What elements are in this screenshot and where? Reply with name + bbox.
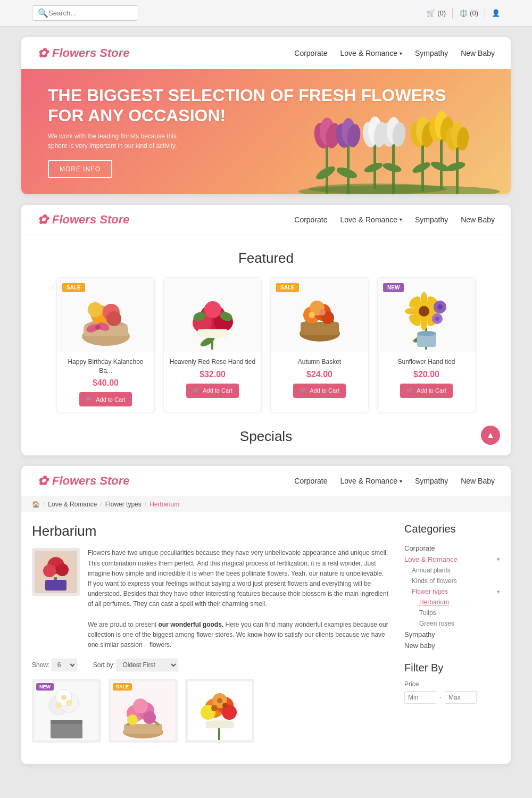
search-input[interactable] [48, 9, 134, 17]
svg-point-67 [417, 331, 436, 336]
controls-row: Show: 6 12 24 Sort by: Oldest First Newe… [32, 659, 388, 671]
divider [452, 8, 453, 19]
product-name-4: Sunflower Hand tied [383, 358, 470, 367]
product-name-2: Heavenly Red Rose Hand tied [169, 358, 256, 367]
product-img-3: SALE [271, 278, 368, 352]
cat-item-green-roses[interactable]: Green roses [404, 618, 500, 629]
cart-icon-group[interactable]: 🛒 (0) [427, 9, 446, 17]
sort-select[interactable]: Oldest First Newest First Price Low-High… [117, 659, 178, 671]
search-box[interactable]: 🔍 [32, 5, 138, 21]
price-max-input[interactable] [445, 691, 477, 704]
cart-icon-btn-3: 🛒 [300, 387, 307, 394]
svg-point-71 [421, 318, 427, 330]
nav-new-baby-3[interactable]: New Baby [461, 477, 495, 485]
page-heading: Herbarium [32, 523, 388, 539]
add-to-cart-2[interactable]: 🛒 Add to Cart [186, 384, 239, 398]
product-2: Heavenly Red Rose Hand tied $32.00 🛒 Add… [163, 277, 262, 413]
cat-link-sympathy[interactable]: Sympathy [404, 630, 435, 638]
nav-love-romance-1[interactable]: Love & Romance [340, 49, 402, 57]
logo-2[interactable]: ✿ Flowers Store [37, 212, 129, 227]
product-name-1: Happy Birthday Kalanchoe Ba... [62, 358, 149, 376]
cart-icon-btn-1: 🛒 [86, 396, 93, 403]
more-info-button[interactable]: MORE INFO [48, 160, 112, 178]
svg-point-113 [211, 705, 218, 711]
breadcrumb-flower-types[interactable]: Flower types [105, 501, 142, 508]
cat-link-love-romance[interactable]: Love & Romance [404, 555, 458, 563]
nav-corporate-2[interactable]: Corporate [294, 215, 327, 224]
product-price-1: $40.00 [62, 378, 149, 388]
svg-point-93 [55, 702, 62, 709]
nav-new-baby-1[interactable]: New Baby [461, 49, 495, 57]
product-price-2: $32.00 [169, 370, 256, 379]
cat-link-flower-types[interactable]: Flower types [412, 588, 448, 595]
svg-rect-97 [51, 720, 82, 724]
svg-point-70 [421, 292, 427, 305]
mini-product-1: NEW [32, 679, 101, 743]
product-img-4: NEW [378, 278, 475, 352]
logo-1[interactable]: ✿ Flowers Store [37, 46, 129, 61]
nav-new-baby-2[interactable]: New Baby [461, 215, 495, 224]
hero-text: THE BIGGEST SELECTION OF FRESH FLOWERS F… [48, 85, 484, 178]
article-para-2: We are proud to present our wonderful go… [88, 620, 388, 651]
product-1: SALE Happy Birthd [56, 277, 155, 413]
nav-sympathy-3[interactable]: Sympathy [415, 477, 448, 485]
add-to-cart-4[interactable]: 🛒 Add to Cart [400, 384, 453, 398]
cat-item-corporate[interactable]: Corporate [404, 543, 500, 554]
mini-product-3 [185, 679, 254, 743]
compare-icon: ⚖️ [459, 9, 468, 17]
cat-item-sympathy[interactable]: Sympathy [404, 629, 500, 640]
account-icon-group[interactable]: 👤 [492, 9, 500, 17]
cat-item-tulips[interactable]: Tulips [404, 608, 500, 618]
add-to-cart-3[interactable]: 🛒 Add to Cart [293, 384, 346, 398]
cat-link-annual[interactable]: Annual plants [412, 567, 451, 574]
breadcrumb-love-romance[interactable]: Love & Romance [48, 501, 97, 508]
cat-link-herbarium[interactable]: Herbarium [419, 598, 449, 606]
logo-text-2: Flowers Store [52, 213, 129, 227]
breadcrumb-home[interactable]: 🏠 [32, 501, 40, 508]
product-info-4: Sunflower Hand tied $20.00 🛒 Add to Cart [378, 352, 475, 403]
svg-point-84 [43, 564, 56, 577]
badge-4: NEW [383, 283, 404, 292]
sort-label: Sort by: [93, 661, 115, 669]
price-dash: - [439, 694, 442, 701]
nav-links-3: Corporate Love & Romance Sympathy New Ba… [294, 477, 495, 485]
cat-link-corporate[interactable]: Corporate [404, 544, 435, 552]
cat-item-flower-types[interactable]: Flower types ▾ [404, 586, 500, 597]
hero-headline: THE BIGGEST SELECTION OF FRESH FLOWERS F… [48, 85, 484, 126]
cat-link-kinds[interactable]: Kinds of flowers [412, 577, 457, 585]
cat-item-annual[interactable]: Annual plants [404, 565, 500, 576]
svg-rect-57 [301, 322, 339, 335]
svg-point-51 [204, 301, 221, 318]
cat-link-tulips[interactable]: Tulips [419, 609, 436, 617]
search-icon: 🔍 [38, 8, 48, 18]
nav-love-romance-3[interactable]: Love & Romance [340, 477, 402, 485]
add-to-cart-1[interactable]: 🛒 Add to Cart [79, 392, 132, 406]
nav-corporate-1[interactable]: Corporate [294, 49, 327, 57]
nav-sympathy-1[interactable]: Sympathy [415, 49, 448, 57]
cat-item-kinds[interactable]: Kinds of flowers [404, 576, 500, 586]
nav-corporate-3[interactable]: Corporate [294, 477, 327, 485]
hero-subtext: We work with the leading florists becaus… [48, 131, 197, 151]
cat-link-new-baby[interactable]: New baby [404, 642, 435, 650]
hero-banner: THE BIGGEST SELECTION OF FRESH FLOWERS F… [21, 69, 511, 194]
hero-card: ✿ Flowers Store Corporate Love & Romance… [21, 37, 511, 194]
svg-rect-55 [198, 329, 228, 337]
show-select[interactable]: 6 12 24 [52, 659, 77, 671]
filter-heading: Filter By [404, 662, 500, 674]
top-search-bar: 🔍 🛒 (0) ⚖️ (0) 👤 [0, 0, 532, 27]
svg-point-36 [309, 184, 447, 194]
svg-point-79 [437, 304, 443, 310]
logo-3[interactable]: ✿ Flowers Store [37, 473, 129, 488]
logo-flower-icon-2: ✿ [37, 212, 48, 227]
nav-love-romance-2[interactable]: Love & Romance [340, 215, 402, 224]
cat-link-green-roses[interactable]: Green roses [419, 620, 454, 627]
nav-sympathy-2[interactable]: Sympathy [415, 215, 448, 224]
price-min-input[interactable] [404, 691, 436, 704]
cat-item-herbarium[interactable]: Herbarium [404, 597, 500, 608]
cat-item-new-baby[interactable]: New baby [404, 640, 500, 651]
svg-rect-100 [124, 724, 162, 734]
cat-item-love-romance[interactable]: Love & Romance ▾ [404, 554, 500, 565]
category-list: Corporate Love & Romance ▾ Annual plants… [404, 543, 500, 651]
compare-icon-group[interactable]: ⚖️ (0) [459, 9, 478, 17]
specials-title: Specials [21, 423, 511, 455]
